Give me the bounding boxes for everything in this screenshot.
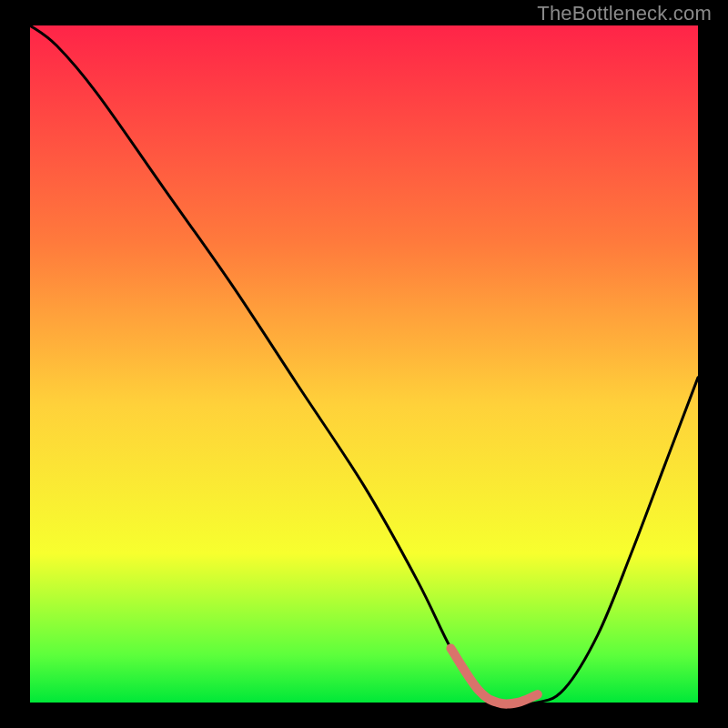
chart-container: TheBottleneck.com [0, 0, 728, 728]
bottleneck-chart [0, 0, 728, 728]
watermark-text: TheBottleneck.com [537, 2, 712, 25]
plot-area [30, 25, 698, 703]
